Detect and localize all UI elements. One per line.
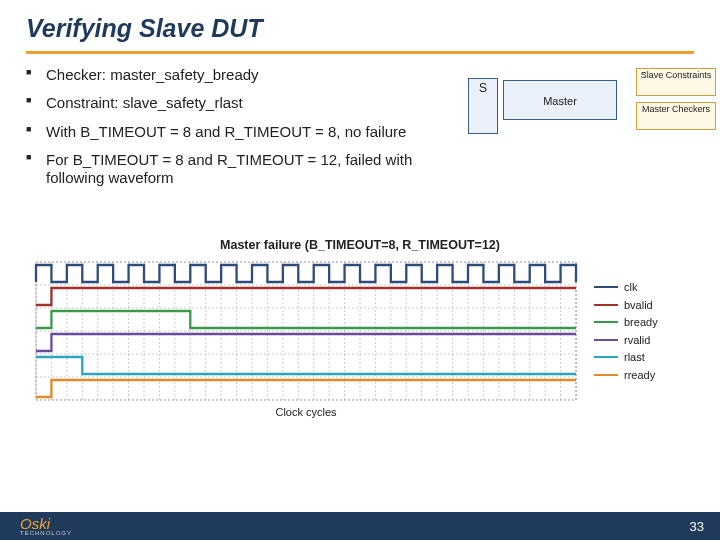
bullet-list: Checker: master_safety_bready Constraint…	[26, 66, 416, 187]
chart-legend: clkbvalidbreadyrvalidrlastrready	[586, 276, 694, 387]
legend-swatch	[594, 286, 618, 288]
legend-label: rvalid	[624, 334, 650, 346]
slave-constraints-box: Slave Constraints	[636, 68, 716, 96]
page-title: Verifying Slave DUT	[0, 0, 720, 47]
legend-item: rready	[594, 369, 694, 381]
title-rule	[26, 51, 694, 54]
master-box: Master	[503, 80, 617, 120]
logo-sub: TECHNOLOGY	[20, 530, 72, 536]
legend-label: bvalid	[624, 299, 653, 311]
legend-swatch	[594, 321, 618, 323]
bullet: For B_TIMEOUT = 8 and R_TIMEOUT = 12, fa…	[26, 151, 416, 188]
slave-box: S	[468, 78, 498, 134]
page-number: 33	[690, 519, 704, 534]
master-checkers-box: Master Checkers	[636, 102, 716, 130]
legend-item: clk	[594, 281, 694, 293]
legend-label: rlast	[624, 351, 645, 363]
chart-title: Master failure (B_TIMEOUT=8, R_TIMEOUT=1…	[26, 238, 694, 252]
slide: Verifying Slave DUT Checker: master_safe…	[0, 0, 720, 540]
body: Checker: master_safety_bready Constraint…	[0, 66, 720, 187]
legend-label: bready	[624, 316, 658, 328]
chart-xlabel: Clock cycles	[26, 406, 586, 418]
bullet: Checker: master_safety_bready	[26, 66, 416, 84]
waveform-chart: Master failure (B_TIMEOUT=8, R_TIMEOUT=1…	[26, 238, 694, 418]
legend-swatch	[594, 304, 618, 306]
bullet: Constraint: slave_safety_rlast	[26, 94, 416, 112]
legend-label: clk	[624, 281, 637, 293]
legend-swatch	[594, 356, 618, 358]
legend-swatch	[594, 339, 618, 341]
legend-item: bvalid	[594, 299, 694, 311]
legend-item: bready	[594, 316, 694, 328]
legend-item: rvalid	[594, 334, 694, 346]
waveform-svg	[26, 258, 586, 404]
block-diagram: S Master Slave Constraints Master Checke…	[468, 68, 716, 146]
footer-bar: Oski TECHNOLOGY 33	[0, 512, 720, 540]
legend-swatch	[594, 374, 618, 376]
legend-item: rlast	[594, 351, 694, 363]
bullet: With B_TIMEOUT = 8 and R_TIMEOUT = 8, no…	[26, 123, 416, 141]
logo: Oski TECHNOLOGY	[20, 515, 72, 536]
legend-label: rready	[624, 369, 655, 381]
